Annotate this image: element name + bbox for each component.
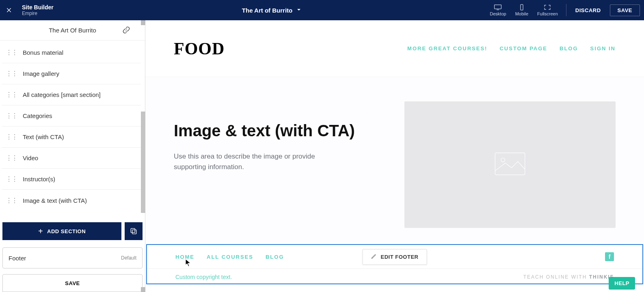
plus-icon: + <box>38 227 43 236</box>
footer-card-badge: Default <box>121 255 136 261</box>
caret-down-icon[interactable] <box>296 6 301 14</box>
footer-copyright: Custom copyright text. <box>175 274 232 280</box>
footer-credit: TEACH ONLINE WITH THINKIF <box>523 274 614 280</box>
duplicate-icon <box>130 227 138 235</box>
app-title-block: Site Builder Empire <box>22 4 54 16</box>
section-item-instructors[interactable]: ⋮⋮ Instructor(s) <box>2 169 141 190</box>
device-desktop-label: Desktop <box>490 11 506 16</box>
footer-link-all-courses[interactable]: ALL COURSES <box>207 254 253 260</box>
fullscreen-icon <box>543 4 551 11</box>
section-item-label: Categories <box>23 112 52 119</box>
section-item-label: All categories [smart section] <box>23 91 101 98</box>
drag-handle-icon[interactable]: ⋮⋮ <box>6 154 17 162</box>
device-mobile-label: Mobile <box>515 11 528 16</box>
device-fullscreen-label: Fullscreen <box>537 11 558 16</box>
discard-button[interactable]: DISCARD <box>575 7 601 13</box>
pencil-icon <box>371 253 377 260</box>
section-item-image-gallery[interactable]: ⋮⋮ Image gallery <box>2 63 141 84</box>
save-button[interactable]: SAVE <box>610 4 640 16</box>
section-item-categories[interactable]: ⋮⋮ Categories <box>2 105 141 127</box>
svg-rect-0 <box>495 5 501 9</box>
site-header: FOOD MORE GREAT COURSES! CUSTOM PAGE BLO… <box>145 20 644 77</box>
svg-rect-4 <box>495 153 525 175</box>
drag-handle-icon[interactable]: ⋮⋮ <box>6 91 17 99</box>
device-mobile-button[interactable]: Mobile <box>515 4 528 16</box>
footer-section-card[interactable]: Footer Default <box>2 247 143 268</box>
app-title: Site Builder <box>22 4 54 11</box>
close-icon[interactable] <box>4 5 14 15</box>
desktop-icon <box>494 4 502 11</box>
sidebar-save-label: SAVE <box>65 280 80 286</box>
mobile-icon <box>518 4 526 11</box>
drag-handle-icon[interactable]: ⋮⋮ <box>6 70 17 77</box>
svg-rect-2 <box>132 230 136 234</box>
section-item-label: Instructor(s) <box>23 176 55 182</box>
image-placeholder-icon <box>494 152 526 177</box>
device-switcher: Desktop Mobile Fullscreen <box>490 4 566 16</box>
footer-link-blog[interactable]: BLOG <box>266 254 284 260</box>
sidebar-save-button[interactable]: SAVE <box>2 274 143 292</box>
footer-link-home[interactable]: HOME <box>175 254 194 260</box>
section-item-label: Video <box>23 155 38 161</box>
nav-link-blog[interactable]: BLOG <box>560 45 578 52</box>
help-button[interactable]: HELP <box>609 277 635 290</box>
hero-title: Image & text (with CTA) <box>174 122 380 140</box>
preview-canvas: FOOD MORE GREAT COURSES! CUSTOM PAGE BLO… <box>145 20 644 292</box>
nav-link-custom[interactable]: CUSTOM PAGE <box>499 45 547 52</box>
sidebar-header: The Art Of Burrito <box>0 20 145 41</box>
hero-section[interactable]: Image & text (with CTA) Use this area to… <box>145 77 644 244</box>
section-item-text-cta[interactable]: ⋮⋮ Text (with CTA) <box>2 127 141 148</box>
device-desktop-button[interactable]: Desktop <box>490 4 506 16</box>
page-selector-label[interactable]: The Art of Burrito <box>242 7 292 14</box>
sidebar-page-title: The Art Of Burrito <box>49 27 96 34</box>
nav-link-courses[interactable]: MORE GREAT COURSES! <box>407 45 487 52</box>
help-label: HELP <box>614 280 629 286</box>
duplicate-button[interactable] <box>125 222 143 240</box>
drag-handle-icon[interactable]: ⋮⋮ <box>6 197 17 204</box>
section-item-bonus-material[interactable]: ⋮⋮ Bonus material <box>2 42 141 63</box>
sidebar: The Art Of Burrito ⋮⋮ Bonus material ⋮⋮ … <box>0 20 145 292</box>
drag-handle-icon[interactable]: ⋮⋮ <box>6 175 17 183</box>
drag-handle-icon[interactable]: ⋮⋮ <box>6 112 17 120</box>
edit-footer-label: EDIT FOOTER <box>381 254 419 260</box>
footer-credit-prefix: TEACH ONLINE WITH <box>523 274 589 280</box>
svg-rect-1 <box>521 4 523 10</box>
footer-card-label: Footer <box>9 255 26 262</box>
site-logo[interactable]: FOOD <box>174 39 225 58</box>
topbar: Site Builder Empire The Art of Burrito D… <box>0 0 644 20</box>
section-item-label: Image gallery <box>23 70 59 77</box>
sections-list: ⋮⋮ Bonus material ⋮⋮ Image gallery ⋮⋮ Al… <box>0 41 145 221</box>
svg-point-5 <box>501 158 505 162</box>
theme-name: Empire <box>22 11 54 16</box>
section-item-all-categories[interactable]: ⋮⋮ All categories [smart section] <box>2 84 141 105</box>
edit-footer-button[interactable]: EDIT FOOTER <box>363 249 427 265</box>
hero-image-placeholder[interactable] <box>404 101 616 228</box>
footer-links: HOME ALL COURSES BLOG <box>175 254 284 260</box>
add-section-button[interactable]: + ADD SECTION <box>2 222 121 240</box>
svg-rect-3 <box>131 228 135 232</box>
link-icon[interactable] <box>122 26 130 36</box>
device-fullscreen-button[interactable]: Fullscreen <box>537 4 558 16</box>
section-item-label: Text (with CTA) <box>23 133 64 140</box>
site-nav: MORE GREAT COURSES! CUSTOM PAGE BLOG SIG… <box>407 45 616 52</box>
drag-handle-icon[interactable]: ⋮⋮ <box>6 49 17 56</box>
site-footer-section[interactable]: HOME ALL COURSES BLOG f EDIT FOOTER Cust… <box>146 244 643 284</box>
section-item-image-text-cta[interactable]: ⋮⋮ Image & text (with CTA) <box>2 190 141 211</box>
facebook-icon[interactable]: f <box>605 252 614 261</box>
section-item-video[interactable]: ⋮⋮ Video <box>2 148 141 169</box>
drag-handle-icon[interactable]: ⋮⋮ <box>6 133 17 141</box>
section-item-label: Image & text (with CTA) <box>23 197 87 204</box>
hero-body: Use this area to describe the image or p… <box>174 151 348 172</box>
nav-link-signin[interactable]: SIGN IN <box>590 45 616 52</box>
sidebar-scrollbar[interactable] <box>141 20 145 292</box>
add-section-label: ADD SECTION <box>47 228 86 234</box>
section-item-label: Bonus material <box>23 49 63 56</box>
